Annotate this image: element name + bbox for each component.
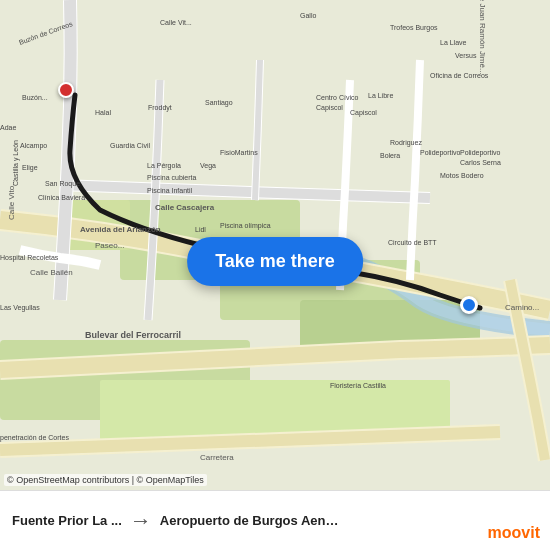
svg-text:Carlos Serna: Carlos Serna	[460, 159, 501, 166]
svg-text:Polideportivo: Polideportivo	[460, 149, 501, 157]
moovit-logo: moovit	[488, 524, 540, 542]
svg-text:Castilla y León: Castilla y León	[12, 140, 20, 186]
svg-text:La Pérgola: La Pérgola	[147, 162, 181, 170]
svg-text:Santiago: Santiago	[205, 99, 233, 107]
svg-text:Rodriguez: Rodriguez	[390, 139, 422, 147]
svg-text:Capiscol: Capiscol	[316, 104, 343, 112]
svg-text:Carretera: Carretera	[200, 453, 234, 462]
svg-text:Floristería Castilla: Floristería Castilla	[330, 382, 386, 389]
origin-marker	[58, 82, 74, 98]
svg-text:Piscina cubierta: Piscina cubierta	[147, 174, 197, 181]
svg-text:La Llave: La Llave	[440, 39, 467, 46]
svg-text:Halal: Halal	[95, 109, 111, 116]
svg-text:penetración de Cortes: penetración de Cortes	[0, 434, 69, 442]
svg-text:Camino...: Camino...	[505, 303, 539, 312]
svg-text:Vega: Vega	[200, 162, 216, 170]
svg-text:Avenida del Arlanzón: Avenida del Arlanzón	[80, 225, 161, 234]
svg-text:Capiscol: Capiscol	[350, 109, 377, 117]
svg-text:Circuito de BTT: Circuito de BTT	[388, 239, 437, 246]
svg-text:Lidl: Lidl	[195, 226, 206, 233]
destination-label: Aeropuerto de Burgos Aena Inf...	[160, 513, 340, 528]
svg-text:Gallo: Gallo	[300, 12, 316, 19]
bottom-bar: Fuente Prior La ... → Aeropuerto de Burg…	[0, 490, 550, 550]
svg-text:Buzón...: Buzón...	[22, 94, 48, 101]
origin-info: Fuente Prior La ...	[12, 513, 122, 528]
svg-text:Trofeos Burgos: Trofeos Burgos	[390, 24, 438, 32]
svg-text:Centro Cívico: Centro Cívico	[316, 94, 359, 101]
svg-text:Piscina Infantil: Piscina Infantil	[147, 187, 193, 194]
take-me-there-button[interactable]: Take me there	[187, 237, 363, 286]
svg-text:Adae: Adae	[0, 124, 16, 131]
svg-text:Alcampo: Alcampo	[20, 142, 47, 150]
map-attribution: © OpenStreetMap contributors | © OpenMap…	[4, 474, 207, 486]
svg-text:Piscina olímpica: Piscina olímpica	[220, 222, 271, 230]
svg-text:Clínica Baviera: Clínica Baviera	[38, 194, 85, 201]
svg-text:Calle Cascajera: Calle Cascajera	[155, 203, 215, 212]
svg-text:Calle Vito...: Calle Vito...	[7, 179, 16, 220]
svg-text:Versus: Versus	[455, 52, 477, 59]
svg-text:La Libre: La Libre	[368, 92, 393, 99]
moovit-logo-text: moovit	[488, 524, 540, 542]
svg-text:San Roque: San Roque	[45, 180, 80, 188]
svg-text:Bulevar del Ferrocarril: Bulevar del Ferrocarril	[85, 330, 181, 340]
svg-text:Paseo...: Paseo...	[95, 241, 124, 250]
svg-text:FisioMartins: FisioMartins	[220, 149, 258, 156]
svg-text:Calle Bailén: Calle Bailén	[30, 268, 73, 277]
svg-text:Calle Vit...: Calle Vit...	[160, 19, 192, 26]
map-container: Buzón de Correos Calle Vit... Gallo Trof…	[0, 0, 550, 490]
route-arrow-icon: →	[130, 508, 152, 534]
svg-text:Guardia Civil: Guardia Civil	[110, 142, 151, 149]
svg-text:Froddyt: Froddyt	[148, 104, 172, 112]
svg-text:Polideportivo: Polideportivo	[420, 149, 461, 157]
svg-text:Elige: Elige	[22, 164, 38, 172]
svg-text:Motos Bodero: Motos Bodero	[440, 172, 484, 179]
svg-text:Bolera: Bolera	[380, 152, 400, 159]
destination-marker	[460, 296, 478, 314]
svg-text:Calle Juan Ramón Jimé...: Calle Juan Ramón Jimé...	[478, 0, 487, 75]
svg-text:Las Vegullas: Las Vegullas	[0, 304, 40, 312]
svg-text:Hospital Recoletas: Hospital Recoletas	[0, 254, 59, 262]
destination-info: Aeropuerto de Burgos Aena Inf...	[160, 513, 340, 528]
origin-label: Fuente Prior La ...	[12, 513, 122, 528]
